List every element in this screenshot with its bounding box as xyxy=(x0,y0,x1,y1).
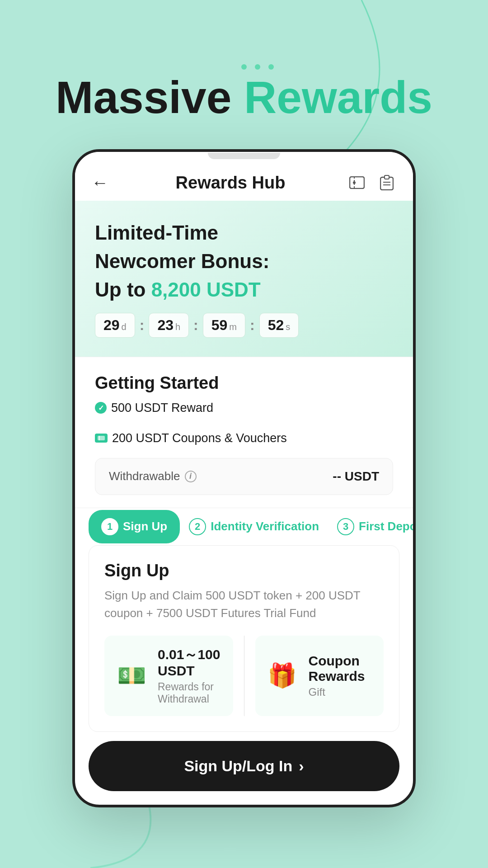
step-label-3: First Deposit xyxy=(359,519,413,533)
withdrawable-box: Withdrawable i -- USDT xyxy=(95,458,393,495)
reward-sublabel: Rewards for Withdrawal xyxy=(158,681,224,705)
countdown-hours: 23h xyxy=(149,313,189,338)
gift-icon: 🎁 xyxy=(264,658,300,694)
reward-divider xyxy=(244,636,244,716)
gs-rewards-row: ✓ 500 USDT Reward 200 USDT Coupons & Vou… xyxy=(95,401,393,445)
step-label-2: Identity Verification xyxy=(211,519,319,533)
reward-card-cash: 💵 0.01～100USDT Rewards for Withdrawal xyxy=(104,636,233,716)
countdown-seconds: 52s xyxy=(259,313,299,338)
step-tab-signup[interactable]: 1 Sign Up xyxy=(89,510,180,543)
reward-tag-icon xyxy=(95,434,108,443)
coupon-gift-label: Gift xyxy=(309,686,375,698)
colon-2: : xyxy=(193,317,198,334)
reward-dot-icon: ✓ xyxy=(95,402,107,414)
step-num-3: 3 xyxy=(337,518,354,535)
svg-rect-3 xyxy=(350,177,364,189)
cash-icon: 💵 xyxy=(113,658,150,694)
countdown-minutes: 59m xyxy=(203,313,245,338)
coupon-title: CouponRewards xyxy=(309,653,375,684)
reward-card-coupon: 🎁 CouponRewards Gift xyxy=(255,636,384,716)
svg-point-5 xyxy=(353,181,356,184)
withdrawable-label: Withdrawable i xyxy=(109,469,197,483)
phone-notch xyxy=(208,153,280,159)
page-headline: Massive Rewards xyxy=(56,72,432,122)
headline-highlight: Rewards xyxy=(244,72,432,123)
signup-card: Sign Up Sign Up and Claim 500 USDT token… xyxy=(89,545,399,732)
app-header: ← Rewards Hub xyxy=(75,160,413,201)
headline-prefix: Massive xyxy=(56,72,244,123)
gs-reward-1: ✓ 500 USDT Reward xyxy=(95,401,213,415)
phone-mockup: ← Rewards Hub xyxy=(72,149,416,807)
back-button[interactable]: ← xyxy=(91,173,114,193)
step-num-1: 1 xyxy=(101,518,118,535)
colon-1: : xyxy=(140,317,145,334)
gs-reward-1-label: 500 USDT Reward xyxy=(111,401,213,415)
banner-amount: 8,200 USDT xyxy=(151,278,261,301)
step-label-1: Sign Up xyxy=(123,519,167,533)
bottom-cta: Sign Up/Log In › xyxy=(89,741,399,791)
countdown-timer: 29d : 23h : 59m : 52s xyxy=(95,313,393,338)
voucher-icon[interactable] xyxy=(347,173,367,193)
page-title: Rewards Hub xyxy=(176,173,286,193)
banner-title-line2: Newcomer Bonus: xyxy=(95,248,393,274)
banner-section: Limited-Time Newcomer Bonus: Up to 8,200… xyxy=(75,201,413,357)
reward-card-coupon-info: CouponRewards Gift xyxy=(309,653,375,698)
reward-card-cash-info: 0.01～100USDT Rewards for Withdrawal xyxy=(158,646,224,705)
step-tab-identity[interactable]: 2 Identity Verification xyxy=(180,508,328,545)
svg-rect-10 xyxy=(98,436,105,440)
gs-reward-2: 200 USDT Coupons & Vouchers xyxy=(95,431,287,445)
header-icons xyxy=(347,173,397,193)
signup-card-desc: Sign Up and Claim 500 USDT token + 200 U… xyxy=(104,587,384,622)
steps-tabs: 1 Sign Up 2 Identity Verification 3 Firs… xyxy=(75,508,413,545)
svg-rect-7 xyxy=(385,175,389,179)
colon-3: : xyxy=(250,317,255,334)
cta-arrow-icon: › xyxy=(299,757,304,775)
reward-amount: 0.01～100USDT xyxy=(158,646,224,679)
step-tab-deposit[interactable]: 3 First Deposit xyxy=(328,508,413,545)
info-icon[interactable]: i xyxy=(185,471,197,482)
banner-prefix: Up to xyxy=(95,278,151,301)
getting-started-section: Getting Started ✓ 500 USDT Reward 200 US… xyxy=(75,357,413,508)
step-num-2: 2 xyxy=(189,518,206,535)
clipboard-icon[interactable] xyxy=(377,173,397,193)
rewards-grid: 💵 0.01～100USDT Rewards for Withdrawal 🎁 … xyxy=(104,636,384,716)
banner-title-line3: Up to 8,200 USDT xyxy=(95,277,393,302)
gs-reward-2-label: 200 USDT Coupons & Vouchers xyxy=(112,431,287,445)
countdown-days: 29d xyxy=(95,313,135,338)
signup-card-title: Sign Up xyxy=(104,561,384,580)
signup-login-button[interactable]: Sign Up/Log In › xyxy=(89,741,399,791)
gs-title: Getting Started xyxy=(95,373,393,393)
phone-topbar xyxy=(75,152,413,160)
banner-title-line1: Limited-Time xyxy=(95,220,393,245)
withdrawable-value: -- USDT xyxy=(333,469,379,484)
cta-label: Sign Up/Log In xyxy=(184,757,292,775)
